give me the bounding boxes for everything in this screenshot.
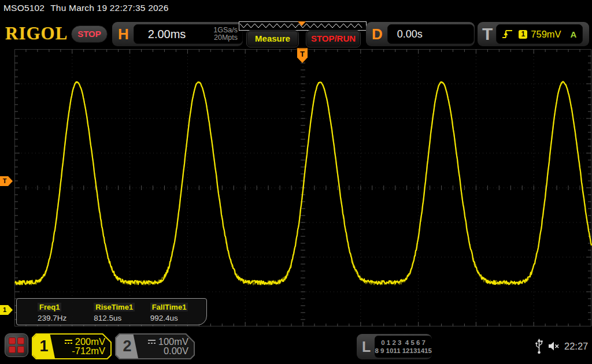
dc-coupling-icon <box>147 339 156 345</box>
channel1-status-button[interactable]: 1 200mV -712mV <box>32 333 112 359</box>
delay-settings-button[interactable]: D 0.00s <box>366 22 475 46</box>
memory-position-bar[interactable] <box>239 21 367 31</box>
measurement-results-panel[interactable]: Freq1 239.7Hz RiseTime1 812.5us FallTime… <box>16 298 207 325</box>
channel2-status-button[interactable]: 2 100mV 0.00V <box>115 333 195 359</box>
rising-edge-trigger-icon <box>502 29 513 39</box>
sample-rate: 1GSa/s <box>213 26 238 34</box>
delay-value: 0.00s <box>388 28 423 40</box>
speaker-muted-icon[interactable] <box>547 340 560 352</box>
quick-menu-button[interactable] <box>5 333 28 357</box>
usb-icon <box>535 338 543 354</box>
horizontal-label: H <box>112 25 134 43</box>
system-tray: 22:27 <box>535 337 590 355</box>
measurement-value: 239.7Hz <box>38 314 94 322</box>
stop-run-button[interactable]: STOP/RUN <box>306 31 360 47</box>
channel2-offset-value: 0.00V <box>164 346 188 356</box>
measurement-falltime: FallTime1 992.4us <box>150 299 206 325</box>
clock-label: 22:27 <box>564 341 588 352</box>
measurement-freq: Freq1 239.7Hz <box>38 299 94 325</box>
measurement-label: Freq1 <box>38 303 61 311</box>
trigger-source-badge: 1 <box>519 30 527 39</box>
model-label: MSO5102 <box>3 3 45 13</box>
channel2-number: 2 <box>116 335 138 358</box>
menu-dot <box>9 337 16 344</box>
measurement-label: FallTime1 <box>150 303 188 311</box>
measurement-value: 992.4us <box>150 314 206 322</box>
horizontal-settings-button[interactable]: H 2.00ms 1GSa/s 20Mpts <box>112 22 243 46</box>
channel1-number: 1 <box>33 335 55 358</box>
digital-channels-row1: 0 1 2 3 4 5 6 7 <box>375 339 432 347</box>
trigger-label: T <box>478 24 496 44</box>
delay-label: D <box>366 25 387 43</box>
digital-channels-list: 0 1 2 3 4 5 6 7 8 9 1011 12131415 <box>375 336 432 358</box>
memory-trigger-marker-icon <box>298 21 306 26</box>
logic-analyzer-label: L <box>357 339 375 355</box>
acquisition-info: 1GSa/s 20Mpts <box>213 27 242 42</box>
status-bar: MSO5102Thu March 19 22:27:35 2026 <box>3 3 168 13</box>
logic-analyzer-button[interactable]: L 0 1 2 3 4 5 6 7 8 9 1011 12131415 <box>357 334 432 359</box>
rigol-logo: RIGOL <box>5 23 68 44</box>
menu-dot <box>9 346 16 353</box>
waveform-display <box>0 49 592 326</box>
trigger-level-value: 759mV <box>531 29 570 40</box>
menu-dot <box>17 346 24 353</box>
memory-depth: 20Mpts <box>214 34 238 42</box>
channel1-offset-value: -712mV <box>72 346 105 356</box>
run-state-badge: STOP <box>71 25 108 43</box>
measurement-risetime: RiseTime1 812.5us <box>94 299 150 325</box>
dc-coupling-icon <box>64 339 73 345</box>
digital-channels-row2: 8 9 1011 12131415 <box>375 347 432 355</box>
timebase-value: 2.00ms <box>134 28 214 41</box>
measure-button[interactable]: Measure <box>247 31 298 47</box>
datetime-label: Thu March 19 22:27:35 2026 <box>50 3 168 13</box>
trigger-sweep-mode: A <box>570 29 582 39</box>
trigger-settings-button[interactable]: T 1 759mV A <box>478 22 589 46</box>
measurement-value: 812.5us <box>94 314 150 322</box>
measurement-label: RiseTime1 <box>94 303 135 311</box>
menu-dot <box>17 337 24 344</box>
